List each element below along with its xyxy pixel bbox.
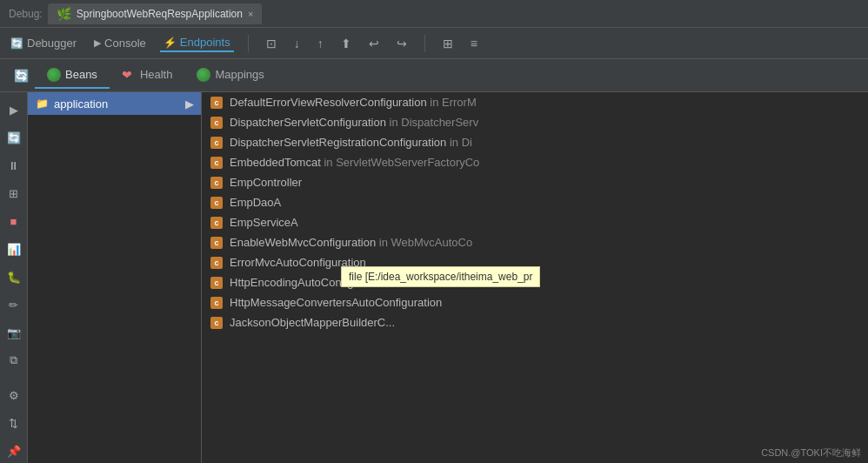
tooltip-text: file [E:/idea_workspace/itheima_web_pr: [349, 271, 532, 283]
tree-item-label: application: [54, 97, 108, 111]
sidebar-table-icon[interactable]: ⊞: [2, 181, 26, 205]
tab-mappings-label: Mappings: [215, 68, 264, 81]
toolbar-sep-1: [248, 35, 249, 52]
bean-item-text-10: HttpMessageConvertersAutoConfiguration: [230, 296, 442, 309]
bean-class-icon: c: [210, 257, 223, 269]
mappings-icon: [197, 68, 210, 82]
bean-item-3[interactable]: c EmbeddedTomcat in ServletWebServerFact…: [202, 152, 868, 172]
sidebar-stop-icon[interactable]: ■: [2, 209, 26, 233]
debugger-icon: 🔄: [10, 37, 23, 50]
toolbar-icon-8[interactable]: ≡: [467, 35, 481, 52]
bean-item-text-4: EmpController: [230, 176, 302, 189]
bean-item-6[interactable]: c EmpServiceA: [202, 212, 868, 232]
bean-class-icon: c: [210, 237, 223, 249]
watermark: CSDN.@TOKI不吃海鲜: [761, 446, 861, 460]
endpoints-icon: ⚡: [164, 37, 177, 49]
tab-mappings[interactable]: Mappings: [184, 63, 276, 89]
sidebar-copy-icon[interactable]: ⧉: [2, 348, 26, 372]
sidebar-pencil-icon[interactable]: ✏: [2, 292, 26, 317]
bean-class-icon: c: [210, 117, 223, 129]
bean-item-text-2: DispatcherServletRegistrationConfigurati…: [230, 136, 472, 149]
tab-health-label: Health: [140, 68, 173, 81]
sidebar-bug-icon[interactable]: 🐛: [2, 265, 26, 289]
app-tab[interactable]: 🌿 SpringbootWebReqRespApplication ×: [48, 3, 263, 24]
close-tab-button[interactable]: ×: [248, 9, 253, 19]
right-panel: c DefaultErrorViewResolverConfiguration …: [202, 92, 868, 463]
sidebar-refresh-icon[interactable]: 🔄: [14, 69, 29, 83]
bean-item-0[interactable]: c DefaultErrorViewResolverConfiguration …: [202, 92, 868, 112]
toolbar: 🔄 Debugger ▶ Console ⚡ Endpoints ⊡ ↓ ↑ ⬆…: [0, 28, 868, 59]
sidebar-camera-icon[interactable]: 📷: [2, 320, 26, 345]
toolbar-endpoints-btn[interactable]: ⚡ Endpoints: [160, 34, 234, 52]
toolbar-icon-3[interactable]: ↑: [314, 35, 327, 52]
sidebar-sort-icon[interactable]: ⇅: [2, 411, 26, 435]
bean-class-icon: c: [210, 177, 223, 189]
tab-health[interactable]: ❤ Health: [110, 63, 185, 89]
bean-item-10[interactable]: c HttpMessageConvertersAutoConfiguration: [202, 292, 868, 312]
spring-icon: 🌿: [57, 7, 71, 21]
app-tab-name: SpringbootWebReqRespApplication: [77, 8, 243, 20]
content-area: 📁 application ▶ c DefaultErrorViewResolv…: [28, 92, 868, 463]
bean-item-text-7: EnableWebMvcConfiguration in WebMvcAutoC…: [230, 236, 472, 249]
tree-arrow: ▶: [185, 97, 194, 111]
sidebar-settings-icon[interactable]: ⚙: [2, 383, 26, 407]
beans-icon: [47, 68, 61, 82]
sidebar-run-icon[interactable]: ▶: [2, 97, 26, 122]
bean-item-4[interactable]: c EmpController: [202, 172, 868, 192]
tabs-row: 🔄 Beans ❤ Health Mappings: [0, 59, 868, 92]
bean-item-text-6: EmpServiceA: [230, 216, 298, 229]
bean-item-text-3: EmbeddedTomcat in ServletWebServerFactor…: [230, 156, 479, 169]
bean-item-text-5: EmpDaoA: [230, 196, 281, 209]
tree-item-application[interactable]: 📁 application ▶: [28, 92, 201, 115]
sidebar-sync-icon[interactable]: 🔄: [2, 125, 26, 150]
toolbar-icon-5[interactable]: ↩: [365, 35, 383, 52]
toolbar-icon-7[interactable]: ⊞: [439, 35, 457, 52]
bean-item-text-0: DefaultErrorViewResolverConfiguration in…: [230, 96, 477, 109]
bean-class-icon: c: [210, 197, 223, 209]
bean-class-icon: c: [210, 297, 223, 309]
bean-class-icon: c: [210, 217, 223, 229]
tooltip-box: file [E:/idea_workspace/itheima_web_pr: [341, 266, 540, 287]
bean-class-icon: c: [210, 97, 223, 109]
toolbar-console-btn[interactable]: ▶ Console: [90, 35, 150, 51]
toolbar-debugger-btn[interactable]: 🔄 Debugger: [7, 35, 80, 51]
tab-beans[interactable]: Beans: [35, 63, 110, 89]
bean-class-icon: c: [210, 137, 223, 149]
toolbar-icon-1[interactable]: ⊡: [263, 35, 280, 52]
debug-label: Debug:: [9, 8, 43, 20]
health-icon: ❤: [122, 68, 136, 82]
sidebar-pause-icon[interactable]: ⏸: [2, 153, 26, 178]
toolbar-icon-4[interactable]: ⬆: [337, 35, 355, 52]
tab-beans-label: Beans: [65, 68, 97, 81]
bean-item-1[interactable]: c DispatcherServletConfiguration in Disp…: [202, 112, 868, 132]
toolbar-sep-2: [424, 35, 425, 52]
left-sidebar: ▶ 🔄 ⏸ ⊞ ■ 📊 🐛 ✏ 📷 ⧉ ⚙ ⇅ 📌: [0, 92, 28, 463]
sidebar-pin-icon[interactable]: 📌: [2, 439, 26, 463]
bean-item-text-11: JacksonObjectMapperBuilderC...: [230, 316, 395, 329]
bean-item-7[interactable]: c EnableWebMvcConfiguration in WebMvcAut…: [202, 232, 868, 252]
main-area: ▶ 🔄 ⏸ ⊞ ■ 📊 🐛 ✏ 📷 ⧉ ⚙ ⇅ 📌 📁 application …: [0, 92, 868, 463]
bean-item-5[interactable]: c EmpDaoA: [202, 192, 868, 212]
bean-class-icon: c: [210, 317, 223, 329]
app-tree-icon: 📁: [35, 97, 49, 111]
bean-class-icon: c: [210, 277, 223, 289]
left-panel: 📁 application ▶: [28, 92, 202, 463]
toolbar-icon-2[interactable]: ↓: [290, 35, 304, 52]
toolbar-icon-6[interactable]: ↪: [393, 35, 411, 52]
console-icon: ▶: [94, 37, 101, 49]
title-bar: Debug: 🌿 SpringbootWebReqRespApplication…: [0, 0, 868, 28]
bean-item-2[interactable]: c DispatcherServletRegistrationConfigura…: [202, 132, 868, 152]
bean-class-icon: c: [210, 157, 223, 169]
bean-item-11[interactable]: c JacksonObjectMapperBuilderC...: [202, 312, 868, 332]
bean-item-text-1: DispatcherServletConfiguration in Dispat…: [230, 116, 478, 129]
sidebar-chart-icon[interactable]: 📊: [2, 237, 26, 261]
